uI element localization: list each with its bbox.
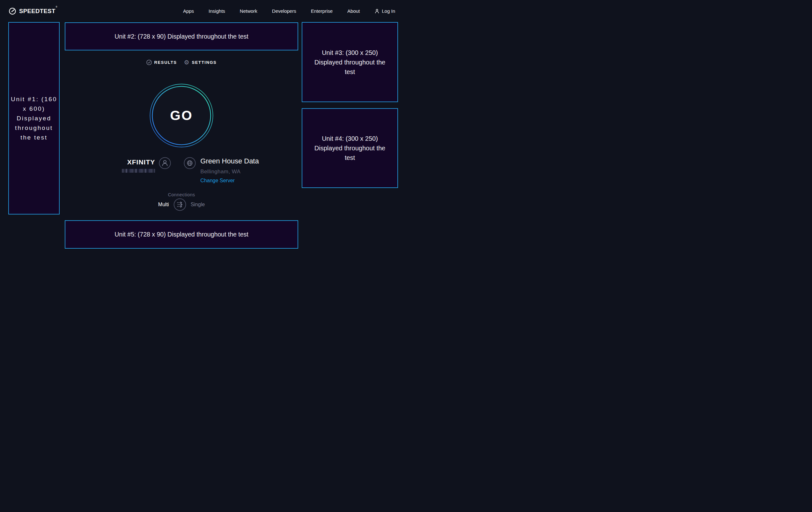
tab-settings-label: SETTINGS [192,60,217,65]
login-button[interactable]: Log In [374,8,395,14]
ad-unit-1[interactable]: Unit #1: (160 x 600) Displayed throughou… [8,22,60,215]
gear-icon: ⚙ [184,59,190,65]
person-icon [374,9,379,14]
redacted-ip-pixelation [122,169,155,173]
main-nav: Apps Insights Network Developers Enterpr… [183,8,395,14]
ad-unit-2[interactable]: Unit #2: (728 x 90) Displayed throughout… [65,22,298,50]
ad-unit-3[interactable]: Unit #3: (300 x 250) Displayed throughou… [302,22,398,102]
nav-item-apps[interactable]: Apps [183,8,194,14]
connections-single-option[interactable]: Single [191,202,205,208]
ad-unit-5-text: Unit #5: (728 x 90) Displayed throughout… [115,231,249,238]
trademark-mark: ® [56,6,58,8]
tab-bar: RESULTS ⚙ SETTINGS [65,59,298,65]
go-label: GO [150,84,213,147]
ad-unit-4-text: Unit #4: (300 x 250) Displayed throughou… [311,134,389,162]
ad-unit-5[interactable]: Unit #5: (728 x 90) Displayed throughout… [65,220,298,249]
server-name: Green House Data [200,157,259,165]
ad-unit-2-text: Unit #2: (728 x 90) Displayed throughout… [115,33,249,40]
change-server-link[interactable]: Change Server [200,178,259,184]
ad-unit-3-text: Unit #3: (300 x 250) Displayed throughou… [311,48,389,77]
provider-name: XFINITY [127,158,155,166]
logo-text: SPEEDTEST® [19,8,57,15]
nav-item-about[interactable]: About [347,8,360,14]
speedtest-page: SPEEDTEST® Apps Insights Network Develop… [0,0,406,256]
globe-icon [184,157,196,169]
server-location: Bellingham, WA [200,168,259,175]
connections-multi-option[interactable]: Multi [158,202,169,208]
check-circle-icon [146,60,152,65]
tab-settings[interactable]: ⚙ SETTINGS [184,59,217,65]
tab-results-label: RESULTS [154,60,177,65]
nav-item-enterprise[interactable]: Enterprise [311,8,332,14]
tab-results[interactable]: RESULTS [146,59,177,65]
connections-toggle-row: Multi Single [65,198,298,211]
connections-label: Connections [65,192,298,197]
speedtest-logo[interactable]: SPEEDTEST® [9,7,57,15]
ad-unit-1-text: Unit #1: (160 x 600) Displayed throughou… [10,95,58,142]
login-label: Log In [382,8,395,14]
nav-item-developers[interactable]: Developers [272,8,296,14]
gauge-icon [9,7,16,15]
nav-item-insights[interactable]: Insights [209,8,225,14]
connection-info-row: XFINITY Green House Data Bellingham, WA … [65,157,298,184]
top-nav-bar: SPEEDTEST® Apps Insights Network Develop… [0,0,406,22]
multi-stream-arrows-icon[interactable] [174,198,186,211]
server-info: Green House Data Bellingham, WA Change S… [184,157,259,184]
provider-info: XFINITY [122,157,171,184]
person-circle-icon [159,157,171,169]
go-button[interactable]: GO [150,84,213,147]
ad-unit-4[interactable]: Unit #4: (300 x 250) Displayed throughou… [302,108,398,188]
nav-item-network[interactable]: Network [240,8,257,14]
